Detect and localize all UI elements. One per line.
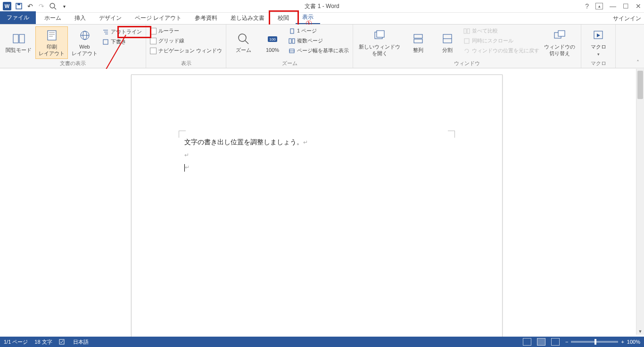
help-icon[interactable]: ? xyxy=(585,2,589,10)
tab-references[interactable]: 参考資料 xyxy=(188,12,224,24)
split-button[interactable]: 分割 xyxy=(433,26,462,59)
gridlines-checkbox[interactable]: グリッド線 xyxy=(150,37,222,44)
ruler-check-icon xyxy=(150,28,157,34)
svg-point-17 xyxy=(239,34,246,41)
para-mark-icon: ↵ xyxy=(185,164,190,171)
document-area[interactable]: 文字の書き出し位置を調整しましょう。↵ ↵ ↵ xyxy=(0,69,636,335)
print-layout-button[interactable]: 印刷 レイアウト xyxy=(35,26,68,59)
status-page[interactable]: 1/1 ページ xyxy=(4,339,28,346)
ribbon-tabs: ファイル ホーム 挿入 デザイン ページ レイアウト 参考資料 差し込み文書 校… xyxy=(0,13,644,25)
print-layout-view-icon[interactable] xyxy=(537,338,545,346)
svg-rect-32 xyxy=(464,29,466,33)
read-mode-view-icon[interactable] xyxy=(523,338,531,346)
scroll-down-icon[interactable]: ▼ xyxy=(636,328,644,335)
outline-icon xyxy=(102,29,109,35)
svg-rect-5 xyxy=(19,34,25,43)
print-layout-label: 印刷 レイアウト xyxy=(39,44,65,56)
read-mode-button[interactable]: 閲覧モード xyxy=(3,26,34,59)
status-language[interactable]: 日本語 xyxy=(73,339,89,346)
tab-file[interactable]: ファイル xyxy=(0,11,36,24)
sidebyside-icon xyxy=(463,28,470,34)
maximize-icon[interactable]: ☐ xyxy=(623,2,629,10)
pagewidth-button[interactable]: ページ幅を基準に表示 xyxy=(289,47,349,54)
arrange-button[interactable]: 整列 xyxy=(404,26,432,59)
read-mode-icon xyxy=(12,32,25,45)
svg-rect-29 xyxy=(414,39,422,43)
resetpos-button: ウィンドウの位置を元に戻す xyxy=(463,47,539,54)
group-macro-label: マクロ xyxy=(584,59,612,67)
web-layout-icon xyxy=(78,29,91,42)
para-mark-icon: ↵ xyxy=(184,152,189,158)
multipage-label: 複数ページ xyxy=(297,37,323,44)
zoom-icon xyxy=(237,32,250,45)
syncscroll-label: 同時にスクロール xyxy=(472,37,513,44)
hundred-icon: 100 xyxy=(266,32,279,45)
sidebyside-button: 並べて比較 xyxy=(463,27,539,34)
group-macro: マクロ ▾ マクロ xyxy=(581,25,616,68)
navpane-checkbox[interactable]: ナビゲーション ウィンドウ xyxy=(150,47,222,54)
tab-home[interactable]: ホーム xyxy=(38,12,68,24)
ruler-label: ルーラー xyxy=(158,27,179,34)
tab-layout[interactable]: ページ レイアウト xyxy=(128,12,188,24)
hundred-label: 100% xyxy=(266,47,279,53)
arrange-label: 整列 xyxy=(413,47,423,53)
touch-mode-icon[interactable] xyxy=(49,2,57,10)
page[interactable]: 文字の書き出し位置を調整しましょう。↵ ↵ ↵ xyxy=(131,74,503,339)
syncscroll-button: 同時にスクロール xyxy=(463,37,539,44)
resetpos-icon xyxy=(463,48,470,54)
qat-dropdown-icon[interactable]: ▾ xyxy=(60,2,68,10)
switch-window-label: ウィンドウの 切り替え xyxy=(544,44,575,56)
multipage-button[interactable]: 複数ページ xyxy=(289,37,349,44)
svg-rect-22 xyxy=(289,39,291,43)
close-icon[interactable]: ✕ xyxy=(636,2,641,10)
minimize-icon[interactable]: — xyxy=(610,2,616,10)
save-icon[interactable] xyxy=(15,2,23,10)
zoom-out-icon[interactable]: − xyxy=(565,339,568,345)
collapse-ribbon-icon[interactable]: ˄ xyxy=(636,59,639,66)
svg-rect-27 xyxy=(377,31,384,37)
zoom-in-icon[interactable]: + xyxy=(621,339,624,345)
document-text[interactable]: 文字の書き出し位置を調整しましょう。↵ xyxy=(184,136,308,149)
svg-rect-34 xyxy=(464,39,469,43)
window-title: 文書 1 - Word xyxy=(305,2,339,10)
tab-insert[interactable]: 挿入 xyxy=(68,12,92,24)
zoom-slider[interactable] xyxy=(571,341,618,343)
outline-button[interactable]: アウトライン xyxy=(102,28,142,35)
web-layout-view-icon[interactable] xyxy=(551,338,560,346)
hundred-button[interactable]: 100 100% xyxy=(258,26,287,59)
undo-icon[interactable]: ↶ xyxy=(26,2,34,10)
group-zoom-label: ズーム xyxy=(229,59,350,67)
ruler-checkbox[interactable]: ルーラー xyxy=(150,27,222,34)
tab-design[interactable]: デザイン xyxy=(92,12,128,24)
macros-button[interactable]: マクロ ▾ xyxy=(584,26,612,59)
proofing-icon[interactable] xyxy=(59,339,66,345)
gridlines-label: グリッド線 xyxy=(158,37,184,44)
tab-mailings[interactable]: 差し込み文書 xyxy=(224,12,271,24)
onepage-label: 1 ページ xyxy=(297,27,317,34)
signin-link[interactable]: サインイン xyxy=(613,15,641,23)
onepage-button[interactable]: 1 ページ xyxy=(289,27,349,34)
resetpos-label: ウィンドウの位置を元に戻す xyxy=(472,47,539,54)
quick-access-toolbar: W ↶ ↷ ▾ xyxy=(0,2,68,10)
macros-label: マクロ xyxy=(591,44,606,50)
svg-line-18 xyxy=(245,41,248,44)
zoom-button[interactable]: ズーム xyxy=(229,26,257,59)
draft-label: 下書き xyxy=(111,38,126,45)
web-layout-button[interactable]: Web レイアウト xyxy=(69,26,100,59)
draft-icon xyxy=(102,39,109,45)
redo-icon[interactable]: ↷ xyxy=(38,2,45,10)
switch-window-button[interactable]: ウィンドウの 切り替え xyxy=(541,26,578,59)
vertical-scrollbar[interactable]: ▲ ▼ xyxy=(636,69,644,335)
zoom-level[interactable]: 100% xyxy=(627,339,640,345)
zoom-slider-handle[interactable] xyxy=(594,339,596,345)
scroll-thumb[interactable] xyxy=(637,71,643,99)
ribbon-display-icon[interactable]: ▴ xyxy=(595,3,603,9)
group-show: ルーラー グリッド線 ナビゲーション ウィンドウ 表示 xyxy=(146,25,226,68)
new-window-button[interactable]: 新しいウィンドウ を開く xyxy=(356,26,403,59)
group-show-label: 表示 xyxy=(149,59,223,67)
zoom-control: − + 100% xyxy=(565,339,640,345)
word-app-icon: W xyxy=(3,2,11,10)
tab-review[interactable]: 校閲 xyxy=(271,12,296,24)
macros-icon xyxy=(592,29,605,42)
status-words[interactable]: 18 文字 xyxy=(34,339,52,346)
